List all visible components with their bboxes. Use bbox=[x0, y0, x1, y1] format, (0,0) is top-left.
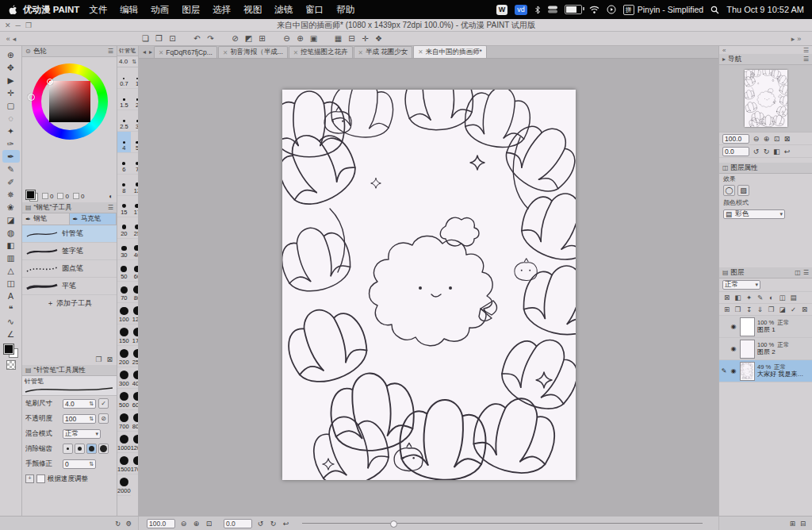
input-method-switcher[interactable]: 拼 Pinyin - Simplified bbox=[623, 5, 703, 15]
dock-menu-icon[interactable]: ☰ bbox=[803, 47, 809, 54]
decoration-tool[interactable]: ❀ bbox=[2, 201, 20, 213]
ruler-tool[interactable]: ∠ bbox=[2, 328, 20, 340]
brush-size-40[interactable]: 40 bbox=[131, 239, 138, 260]
subtool-item-2[interactable]: 签字笔 bbox=[22, 243, 117, 260]
aa-option-1[interactable] bbox=[63, 444, 73, 454]
brush-size-2000[interactable]: 2000 bbox=[117, 474, 131, 496]
brush-size-2[interactable]: 2 bbox=[131, 89, 138, 110]
doc-tab-3[interactable]: ✕控笔描图之花卉 bbox=[289, 46, 353, 58]
zoom-out-icon[interactable]: ⊖ bbox=[281, 34, 293, 43]
material-icon[interactable]: ❖ bbox=[373, 34, 385, 43]
bb-reset-icon[interactable]: ↩ bbox=[281, 520, 291, 528]
pen-tool[interactable]: ✒ bbox=[2, 150, 20, 163]
brush-tool[interactable]: ✐ bbox=[2, 175, 20, 188]
transfer-layer-icon[interactable]: ↧ bbox=[744, 305, 754, 313]
nav-zoom-out-icon[interactable]: ⊖ bbox=[751, 135, 761, 143]
navigator-menu-icon[interactable]: ☰ bbox=[803, 56, 809, 63]
canvas-zoom-slider[interactable] bbox=[302, 523, 703, 524]
brush-size-100[interactable]: 100 bbox=[117, 303, 131, 325]
eraser-tool[interactable]: ◪ bbox=[2, 213, 20, 226]
aa-option-3[interactable] bbox=[86, 444, 97, 454]
apply-mask-icon[interactable]: ✓ bbox=[788, 305, 799, 313]
stabilization-field[interactable]: 0⇅ bbox=[63, 459, 96, 469]
open-file-icon[interactable]: ❒ bbox=[153, 34, 165, 43]
brush-size-60[interactable]: 60 bbox=[131, 260, 138, 282]
record-icon[interactable] bbox=[607, 5, 616, 14]
duplicate-layer-icon[interactable]: ❐ bbox=[766, 305, 776, 313]
expand-setting-icon[interactable]: + bbox=[25, 474, 34, 483]
brush-size-15[interactable]: 15 bbox=[117, 196, 131, 217]
color-mode-dropdown[interactable]: ▤ 彩色 ▾ bbox=[723, 209, 785, 219]
apple-logo-icon[interactable] bbox=[8, 5, 17, 15]
brush-size-50[interactable]: 50 bbox=[117, 260, 131, 282]
brush-size-70[interactable]: 70 bbox=[117, 282, 131, 303]
brush-size-20[interactable]: 20 bbox=[117, 217, 131, 239]
collapse-panel-icon[interactable]: ⊟ bbox=[800, 520, 806, 528]
subtool-item-1[interactable]: 针管笔 bbox=[22, 225, 117, 243]
undo-icon[interactable]: ↶ bbox=[191, 34, 203, 43]
gear-icon[interactable]: ⚙ bbox=[125, 520, 132, 528]
menubar-menu-7[interactable]: 滤镜 bbox=[268, 4, 299, 16]
collapse-right-panel-icon2[interactable]: ▸ bbox=[791, 35, 795, 43]
bb-zoom-out-icon[interactable]: ⊖ bbox=[178, 520, 189, 528]
layer-color-icon[interactable]: ▤ bbox=[788, 294, 799, 301]
collapse-left-panel-icon[interactable]: « bbox=[6, 35, 10, 43]
move-canvas-tool[interactable]: ✥ bbox=[2, 61, 20, 74]
gradient-tool[interactable]: ▥ bbox=[2, 252, 20, 264]
refresh-icon[interactable]: ↻ bbox=[115, 520, 121, 528]
menubar-menu-6[interactable]: 视图 bbox=[237, 4, 268, 16]
subtool-group-tab-2[interactable]: ✒马克笔 bbox=[70, 213, 117, 225]
eyedropper-tool[interactable]: ✑ bbox=[2, 137, 20, 150]
brush-size-12[interactable]: 12 bbox=[131, 175, 138, 196]
doc-tab-2[interactable]: ✕初音海报（半成... bbox=[218, 46, 288, 58]
doc-tab-4[interactable]: ✕半成 花圃少女 bbox=[354, 46, 413, 58]
w-app-icon[interactable]: W bbox=[496, 5, 508, 15]
nav-flip-icon[interactable]: ◧ bbox=[772, 148, 782, 156]
bb-rotate-cw-icon[interactable]: ↻ bbox=[268, 520, 278, 528]
layer-row-2[interactable]: ◉100 %正常图层 2 bbox=[719, 338, 812, 360]
effect-tone-icon[interactable]: ▨ bbox=[737, 185, 749, 196]
stepper-icon[interactable]: ⇅ bbox=[89, 416, 94, 422]
zoom-in-icon[interactable]: ⊕ bbox=[294, 34, 306, 43]
navigator-zoom-field[interactable]: 100.0 bbox=[722, 134, 749, 144]
tab-scroll-right-icon[interactable]: ▸ bbox=[149, 48, 152, 56]
zoom-tool[interactable]: ⊕ bbox=[2, 48, 20, 61]
brush-size-5[interactable]: 5 bbox=[131, 132, 138, 153]
brush-size-500[interactable]: 500 bbox=[117, 389, 131, 410]
brush-size-3[interactable]: 3 bbox=[131, 110, 138, 132]
operation-tool[interactable]: ▶ bbox=[2, 74, 20, 86]
brush-size-stepper-icon[interactable]: ⇅ bbox=[132, 59, 136, 65]
brush-size-1700[interactable]: 1700 bbox=[131, 453, 138, 474]
fill-tool[interactable]: ◧ bbox=[2, 239, 20, 252]
brush-size-400[interactable]: 400 bbox=[131, 367, 138, 389]
transparent-color-chip[interactable] bbox=[6, 360, 16, 370]
blend-tool[interactable]: ◍ bbox=[2, 226, 20, 239]
bb-rotate-ccw-icon[interactable]: ↺ bbox=[255, 520, 266, 528]
brush-size-current[interactable]: 4.0 ⇅ bbox=[117, 56, 138, 67]
nav-rotate-cw-icon[interactable]: ↻ bbox=[761, 148, 772, 156]
menubar-app-name[interactable]: 优动漫 PAINT bbox=[23, 4, 79, 16]
brush-size-1000[interactable]: 1000 bbox=[117, 432, 131, 453]
brush-size-8[interactable]: 8 bbox=[117, 175, 131, 196]
navigator-rotate-field[interactable]: 0.0 bbox=[722, 147, 749, 156]
merge-layer-icon[interactable]: ⇓ bbox=[755, 305, 765, 313]
tab-close-icon[interactable]: ✕ bbox=[223, 49, 228, 56]
layer-move-tool[interactable]: ✛ bbox=[2, 86, 20, 99]
menubar-clock[interactable]: Thu Oct 9 10:52 AM bbox=[726, 5, 804, 14]
canvas-zoom-field[interactable]: 100.0 bbox=[147, 519, 175, 528]
wifi-icon[interactable] bbox=[589, 6, 599, 14]
layer-blend-mode-dropdown[interactable]: 正常 ▾ bbox=[722, 280, 760, 290]
brush-size-6[interactable]: 6 bbox=[117, 153, 131, 175]
duplicate-subtool-icon[interactable]: ❐ bbox=[95, 355, 102, 363]
navigator-preview[interactable] bbox=[719, 65, 812, 132]
brush-size-1200[interactable]: 1200 bbox=[131, 432, 138, 453]
auto-select-tool[interactable]: ✦ bbox=[2, 125, 20, 137]
zoom-slider-thumb[interactable] bbox=[390, 520, 397, 528]
brush-size-17[interactable]: 17 bbox=[131, 196, 138, 217]
tab-scroll-left-icon[interactable]: ◂ bbox=[143, 48, 146, 56]
navigator-panel-icon[interactable]: ▸ bbox=[722, 56, 726, 63]
bb-zoom-in-icon[interactable]: ⊕ bbox=[191, 520, 201, 528]
nav-actual-size-icon[interactable]: ⊠ bbox=[782, 135, 792, 143]
color-slider-toggle-icon[interactable]: ◐ bbox=[109, 193, 113, 200]
reference-layer-icon[interactable]: ✦ bbox=[744, 294, 754, 301]
